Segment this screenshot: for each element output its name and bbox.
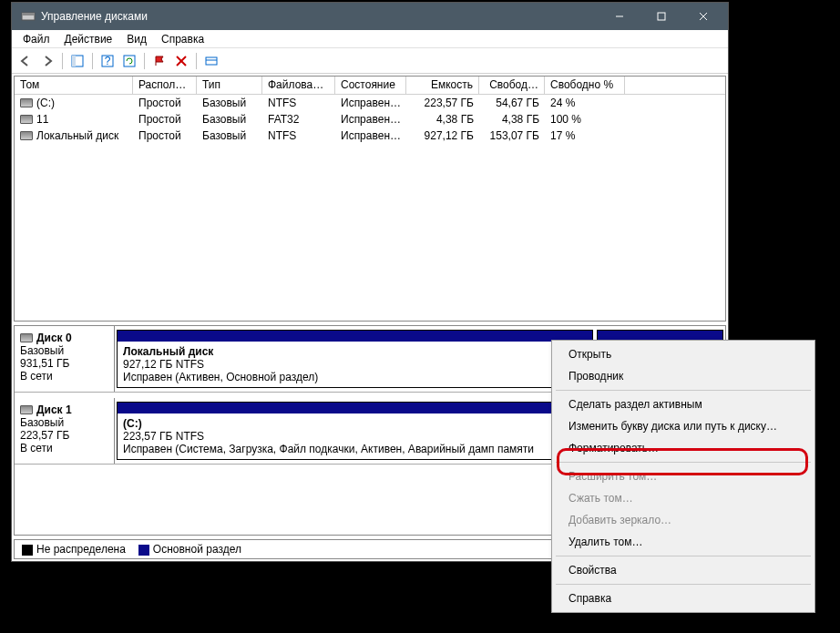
volume-icon [20, 98, 33, 107]
svg-rect-10 [124, 56, 135, 66]
context-menu-item: Сжать том… [554, 487, 813, 509]
titlebar[interactable]: Управление дисками [12, 3, 728, 30]
context-menu-item: Добавить зеркало… [554, 509, 813, 531]
disk-type: Базовый [20, 344, 108, 357]
col-volume[interactable]: Том [15, 77, 133, 94]
context-menu: ОткрытьПроводникСделать раздел активнымИ… [551, 340, 815, 613]
partition[interactable]: Локальный диск 927,12 ГБ NTFS Исправен (… [117, 330, 593, 388]
menu-view[interactable]: Вид [119, 31, 154, 47]
svg-rect-13 [206, 57, 217, 65]
volume-table: Том Располо… Тип Файловая с… Состояние Е… [14, 76, 726, 322]
context-menu-item[interactable]: Справка [554, 587, 813, 609]
close-button[interactable] [682, 3, 724, 30]
menu-separator [556, 390, 811, 391]
menu-separator [556, 556, 811, 556]
disk-name: Диск 0 [36, 332, 72, 344]
volume-icon [20, 131, 33, 140]
disk-info[interactable]: Диск 0 Базовый 931,51 ГБ В сети [15, 326, 115, 392]
col-freepct[interactable]: Свободно % [545, 77, 625, 94]
col-free[interactable]: Свобод… [479, 77, 545, 94]
context-menu-item[interactable]: Удалить том… [554, 531, 813, 553]
disk-name: Диск 1 [36, 403, 72, 416]
window-title: Управление дисками [41, 10, 599, 23]
forward-button[interactable] [37, 51, 57, 71]
disk-type: Базовый [20, 416, 108, 429]
disk-size: 223,57 ГБ [20, 429, 108, 442]
volume-name: Локальный диск [36, 129, 118, 142]
menu-separator [556, 584, 811, 585]
maximize-button[interactable] [640, 3, 682, 30]
partition-size: 927,12 ГБ NTFS [123, 358, 587, 371]
context-menu-item[interactable]: Проводник [554, 365, 813, 387]
context-menu-item[interactable]: Свойства [554, 559, 813, 581]
partition-bar [118, 331, 592, 342]
menu-file[interactable]: Файл [15, 31, 57, 47]
menu-help[interactable]: Справка [154, 31, 211, 47]
menu-action[interactable]: Действие [57, 31, 120, 47]
menu-separator [556, 462, 811, 463]
volume-name: 11 [36, 113, 48, 126]
disk-state: В сети [20, 370, 108, 383]
svg-text:?: ? [105, 55, 111, 67]
flag-icon[interactable] [149, 51, 169, 71]
disk-state: В сети [20, 442, 108, 454]
table-row[interactable]: 11 Простой Базовый FAT32 Исправен… 4,38 … [15, 111, 725, 128]
disk-icon [20, 333, 33, 342]
disk-size: 931,51 ГБ [20, 357, 108, 370]
volume-name: (C:) [36, 97, 55, 109]
context-menu-item[interactable]: Открыть [554, 343, 813, 365]
table-header: Том Располо… Тип Файловая с… Состояние Е… [15, 77, 725, 95]
delete-icon[interactable] [171, 51, 191, 71]
refresh-icon[interactable] [119, 51, 139, 71]
col-fs[interactable]: Файловая с… [262, 77, 335, 94]
panel-icon[interactable] [67, 51, 87, 71]
table-row[interactable]: Локальный диск Простой Базовый NTFS Испр… [15, 128, 725, 144]
minimize-button[interactable] [599, 3, 640, 30]
context-menu-item[interactable]: Сделать раздел активным [554, 393, 813, 415]
col-status[interactable]: Состояние [335, 77, 406, 94]
app-icon [21, 9, 36, 24]
col-capacity[interactable]: Емкость [406, 77, 479, 94]
svg-rect-7 [72, 56, 76, 66]
legend-unallocated: Не распределена [36, 543, 126, 556]
svg-rect-1 [22, 13, 35, 15]
context-menu-item[interactable]: Изменить букву диска или путь к диску… [554, 415, 813, 437]
table-row[interactable]: (C:) Простой Базовый NTFS Исправен… 223,… [15, 95, 725, 111]
context-menu-item: Расширить том… [554, 465, 813, 487]
context-menu-item[interactable]: Форматировать… [554, 437, 813, 459]
volume-icon [20, 115, 33, 124]
list-icon[interactable] [201, 51, 221, 71]
back-button[interactable] [15, 51, 36, 71]
menubar: Файл Действие Вид Справка [12, 30, 728, 48]
disk-icon [20, 405, 33, 414]
partition-status: Исправен (Активен, Основной раздел) [123, 371, 587, 383]
toolbar: ? [12, 48, 728, 74]
disk-info[interactable]: Диск 1 Базовый 223,57 ГБ В сети [15, 398, 115, 464]
col-type[interactable]: Тип [197, 77, 262, 94]
legend-primary: Основной раздел [153, 543, 241, 556]
svg-rect-3 [658, 13, 665, 20]
help-icon[interactable]: ? [97, 51, 118, 71]
col-layout[interactable]: Располо… [133, 77, 197, 94]
partition-title: Локальный диск [123, 345, 587, 358]
